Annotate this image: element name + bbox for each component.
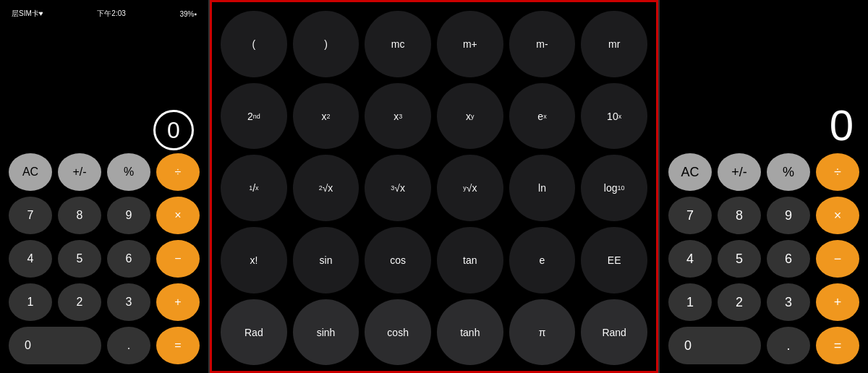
signal-text: 层SIM卡♥ (12, 9, 43, 19)
right-percent-button[interactable]: % (767, 153, 810, 191)
yrt-button[interactable]: y√x (437, 155, 503, 221)
right-dot-button[interactable]: . (767, 327, 810, 364)
right-display: 0 (668, 7, 859, 153)
right-three-button[interactable]: 3 (767, 283, 810, 321)
left-ac-button[interactable]: AC (9, 153, 52, 191)
left-divide-button[interactable]: ÷ (156, 153, 200, 191)
right-eight-button[interactable]: 8 (718, 197, 761, 234)
log10-button[interactable]: log10 (581, 155, 647, 221)
m-plus-button[interactable]: m+ (437, 11, 503, 77)
left-eight-button[interactable]: 8 (58, 197, 101, 234)
right-multiply-button[interactable]: × (816, 197, 859, 234)
tan-button[interactable]: tan (437, 227, 503, 293)
left-one-button[interactable]: 1 (9, 283, 52, 321)
left-three-button[interactable]: 3 (107, 283, 150, 321)
ten-x-button[interactable]: 10x (581, 83, 647, 150)
time-text: 下午2:03 (97, 9, 125, 19)
right-equals-button[interactable]: = (816, 327, 859, 364)
x-cubed-button[interactable]: x3 (365, 83, 431, 150)
x-y-button[interactable]: xy (437, 83, 503, 150)
left-plus-button[interactable]: + (156, 283, 200, 321)
left-nine-button[interactable]: 9 (107, 197, 150, 234)
left-percent-button[interactable]: % (107, 153, 150, 191)
calculator-scientific: ( ) mc m+ m- mr 2nd x2 x3 xy ex 10x 1/x … (210, 0, 658, 373)
left-two-button[interactable]: 2 (58, 283, 101, 321)
mc-button[interactable]: mc (365, 11, 431, 77)
left-sign-button[interactable]: +/- (58, 153, 101, 191)
second-button[interactable]: 2nd (221, 83, 287, 150)
calculator-left: 层SIM卡♥ 下午2:03 39%▪ 0 AC +/- % ÷ 7 8 9 × … (0, 0, 210, 373)
ee-button[interactable]: EE (581, 227, 647, 293)
right-six-button[interactable]: 6 (767, 240, 810, 278)
right-sign-button[interactable]: +/- (718, 153, 761, 191)
sinh-button[interactable]: sinh (293, 299, 359, 366)
left-four-button[interactable]: 4 (9, 240, 52, 278)
status-bar: 层SIM卡♥ 下午2:03 39%▪ (9, 7, 200, 20)
open-paren-button[interactable]: ( (221, 11, 287, 77)
factorial-button[interactable]: x! (221, 227, 287, 293)
left-display: 0 (9, 23, 200, 153)
right-two-button[interactable]: 2 (718, 283, 761, 321)
e-x-button[interactable]: ex (509, 83, 576, 150)
calculator-right: 0 AC +/- % ÷ 7 8 9 × 4 5 6 − 1 2 3 + 0 .… (658, 0, 868, 373)
left-button-grid: AC +/- % ÷ 7 8 9 × 4 5 6 − 1 2 3 + 0 . = (9, 153, 200, 364)
euler-button[interactable]: e (509, 227, 576, 293)
left-six-button[interactable]: 6 (107, 240, 150, 278)
rand-button[interactable]: Rand (581, 299, 647, 366)
left-minus-button[interactable]: − (156, 240, 200, 278)
right-divide-button[interactable]: ÷ (816, 153, 859, 191)
sqrt-button[interactable]: 2√x (293, 155, 359, 221)
left-equals-button[interactable]: = (156, 327, 200, 364)
left-five-button[interactable]: 5 (58, 240, 101, 278)
right-seven-button[interactable]: 7 (668, 197, 712, 234)
left-seven-button[interactable]: 7 (9, 197, 52, 234)
battery-text: 39%▪ (179, 10, 197, 18)
ln-button[interactable]: ln (509, 155, 576, 221)
left-multiply-button[interactable]: × (156, 197, 200, 234)
right-display-number: 0 (830, 100, 854, 150)
pi-button[interactable]: π (509, 299, 576, 366)
scientific-button-grid: ( ) mc m+ m- mr 2nd x2 x3 xy ex 10x 1/x … (221, 11, 647, 362)
tanh-button[interactable]: tanh (437, 299, 503, 366)
right-nine-button[interactable]: 9 (767, 197, 810, 234)
cos-button[interactable]: cos (365, 227, 431, 293)
right-button-grid: AC +/- % ÷ 7 8 9 × 4 5 6 − 1 2 3 + 0 . = (668, 153, 859, 364)
reciprocal-button[interactable]: 1/x (221, 155, 287, 221)
right-zero-button[interactable]: 0 (668, 327, 761, 364)
right-minus-button[interactable]: − (816, 240, 859, 278)
right-one-button[interactable]: 1 (668, 283, 712, 321)
cosh-button[interactable]: cosh (365, 299, 431, 366)
sin-button[interactable]: sin (293, 227, 359, 293)
right-plus-button[interactable]: + (816, 283, 859, 321)
rad-button[interactable]: Rad (221, 299, 287, 366)
cbrt-button[interactable]: 3√x (365, 155, 431, 221)
left-display-number: 0 (153, 110, 194, 150)
right-four-button[interactable]: 4 (668, 240, 712, 278)
mr-button[interactable]: mr (581, 11, 647, 77)
right-five-button[interactable]: 5 (718, 240, 761, 278)
right-ac-button[interactable]: AC (668, 153, 712, 191)
x-squared-button[interactable]: x2 (293, 83, 359, 150)
close-paren-button[interactable]: ) (293, 11, 359, 77)
left-zero-button[interactable]: 0 (9, 327, 101, 364)
left-dot-button[interactable]: . (107, 327, 150, 364)
m-minus-button[interactable]: m- (509, 11, 576, 77)
